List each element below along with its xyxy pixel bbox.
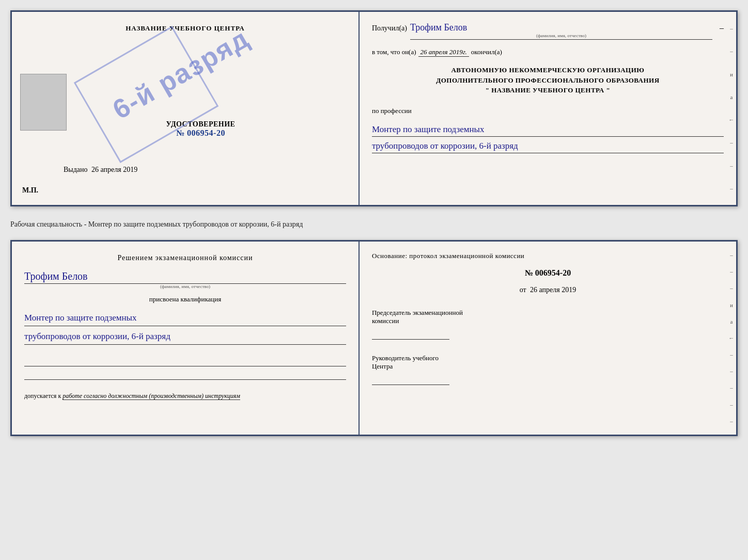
rukovoditel-signature-line xyxy=(372,373,449,385)
blank-line-1 xyxy=(24,354,346,366)
bottom-name-block: Трофим Белов (фамилия, имя, отчество) xyxy=(24,266,346,289)
okonchil-label: окончил(а) xyxy=(471,48,502,56)
blank-lines xyxy=(24,354,346,381)
protocol-num: № 006954-20 xyxy=(372,268,724,278)
bottom-name: Трофим Белов xyxy=(24,270,346,284)
poluchil-label: Получил(а) xyxy=(372,24,407,33)
chairman-line1: Председатель экзаменационной xyxy=(372,309,724,317)
vtom-label: в том, что он(а) xyxy=(372,48,416,56)
org-line3: " НАЗВАНИЕ УЧЕБНОГО ЦЕНТРА " xyxy=(372,85,724,95)
org-block: АВТОНОМНУЮ НЕКОММЕРЧЕСКУЮ ОРГАНИЗАЦИЮ ДО… xyxy=(372,65,724,95)
chairman-signature-line xyxy=(372,327,449,340)
profession-line1: Монтер по защите подземных xyxy=(372,122,724,137)
stamp-overlay: 6-й разряд xyxy=(64,33,188,156)
qualification-block: Монтер по защите подземных трубопроводов… xyxy=(24,308,346,345)
rukovoditel-block: Руководитель учебного Центра xyxy=(372,354,724,387)
bottom-right-page: Основание: протокол экзаменационной коми… xyxy=(360,242,736,435)
poluchil-name: Трофим Белов (фамилия, имя, отчество) xyxy=(410,22,712,40)
resheniem-label: Решением экзаменационной комиссии xyxy=(24,254,346,262)
udost-block: УДОСТОВЕРЕНИЕ № 006954-20 xyxy=(166,120,236,138)
dopuskaetsya-value: работе согласно должностным (производств… xyxy=(63,392,240,400)
profession-block: Монтер по защите подземных трубопроводов… xyxy=(372,120,724,153)
top-document: НАЗВАНИЕ УЧЕБНОГО ЦЕНТРА 6-й разряд УДОС… xyxy=(10,10,738,206)
qualification-line1: Монтер по защите подземных xyxy=(24,311,346,326)
vtom-date: 26 апреля 2019г. xyxy=(418,48,469,57)
blank-line-2 xyxy=(24,367,346,380)
ot-prefix: от xyxy=(520,286,526,294)
top-left-title: НАЗВАНИЕ УЧЕБНОГО ЦЕНТРА xyxy=(126,24,245,33)
sidebar-marks-bottom: – – – и а ← – – – – – xyxy=(727,242,736,435)
fio-caption-bottom: (фамилия, имя, отчество) xyxy=(24,284,346,289)
profession-line2: трубопроводов от коррозии, 6-й разряд xyxy=(372,139,724,153)
poluchil-row: Получил(а) Трофим Белов (фамилия, имя, о… xyxy=(372,22,724,40)
sidebar-marks-top: – – и а ← – – – xyxy=(727,12,736,205)
mp-label: М.П. xyxy=(22,186,38,195)
vydano-line: Выдано 26 апреля 2019 xyxy=(64,166,137,174)
stamp-border xyxy=(74,26,219,163)
fio-caption-top: (фамилия, имя, отчество) xyxy=(410,33,712,38)
top-left-page: НАЗВАНИЕ УЧЕБНОГО ЦЕНТРА 6-й разряд УДОС… xyxy=(12,12,360,205)
po-professii: по профессии xyxy=(372,107,724,115)
dopuskaetsya-label: допускается к xyxy=(24,392,61,399)
stamp-text: 6-й разряд xyxy=(107,22,255,125)
rukovoditel-line1: Руководитель учебного xyxy=(372,354,724,362)
vydano-date: 26 апреля 2019 xyxy=(91,166,137,173)
dopuskaetsya-block: допускается к работе согласно должностны… xyxy=(24,392,346,400)
photo-placeholder xyxy=(20,74,67,131)
chairman-line2: комиссии xyxy=(372,317,724,325)
bottom-left-page: Решением экзаменационной комиссии Трофим… xyxy=(12,242,360,435)
osnovanie-label: Основание: протокол экзаменационной коми… xyxy=(372,252,724,260)
qualification-line2: трубопроводов от коррозии, 6-й разряд xyxy=(24,329,346,345)
rukovoditel-line2: Центра xyxy=(372,362,724,371)
udost-label: УДОСТОВЕРЕНИЕ xyxy=(166,120,236,129)
org-line1: АВТОНОМНУЮ НЕКОММЕРЧЕСКУЮ ОРГАНИЗАЦИЮ xyxy=(372,65,724,75)
dash-top: – xyxy=(720,23,724,33)
ot-date: 26 апреля 2019 xyxy=(530,286,576,294)
ot-date-block: от 26 апреля 2019 xyxy=(372,286,724,294)
udost-num: № 006954-20 xyxy=(166,129,236,138)
prisvoyena-label: присвоена квалификация xyxy=(24,295,346,303)
page-wrapper: НАЗВАНИЕ УЧЕБНОГО ЦЕНТРА 6-й разряд УДОС… xyxy=(10,10,738,436)
vtom-row: в том, что он(а) 26 апреля 2019г. окончи… xyxy=(372,48,724,57)
vydano-label: Выдано xyxy=(64,166,88,173)
top-right-page: Получил(а) Трофим Белов (фамилия, имя, о… xyxy=(360,12,736,205)
separator-text: Рабочая специальность - Монтер по защите… xyxy=(10,215,738,232)
bottom-document: Решением экзаменационной комиссии Трофим… xyxy=(10,240,738,436)
chairman-block: Председатель экзаменационной комиссии xyxy=(372,309,724,342)
org-line2: ДОПОЛНИТЕЛЬНОГО ПРОФЕССИОНАЛЬНОГО ОБРАЗО… xyxy=(372,75,724,86)
